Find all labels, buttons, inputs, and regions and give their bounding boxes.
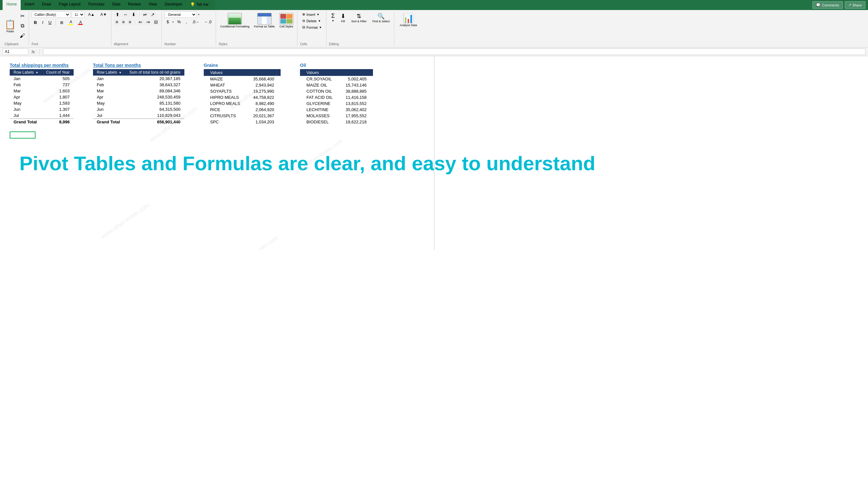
table-row: CITRUSPLTS20,021,367 (204, 113, 281, 119)
delete-cells-icon: ⊖ (302, 19, 305, 23)
table-row: Jan505 (10, 76, 73, 82)
table-row: Jul110,829,043 (93, 112, 184, 119)
font-name-select[interactable]: Calibri (Body) (32, 11, 70, 18)
tab-draw[interactable]: Draw (38, 0, 55, 10)
italic-button[interactable]: I (40, 19, 45, 26)
share-icon: ↗ (848, 3, 851, 7)
paste-button[interactable]: 📋 Paste (4, 19, 16, 33)
delete-cells-button[interactable]: ⊖ Delete ▼ (300, 18, 324, 24)
comma-button[interactable]: , (184, 19, 189, 25)
share-button[interactable]: ↗ Share (845, 1, 865, 9)
number-format-select[interactable]: General (164, 11, 197, 18)
align-center-button[interactable]: ≡ (120, 19, 126, 25)
font-color-button[interactable]: A (76, 19, 85, 26)
accounting-button[interactable]: $ (164, 19, 171, 25)
table-row: MAIZE OIL15,743,146 (300, 82, 373, 88)
table-oil-title: Oil (300, 63, 373, 68)
tab-view[interactable]: View (145, 0, 161, 10)
format-as-table-button[interactable]: Format as Table (252, 11, 276, 30)
clipboard-label: Clipboard (4, 42, 27, 46)
name-box[interactable] (3, 49, 28, 55)
tab-data[interactable]: Data (108, 0, 124, 10)
autosum-button[interactable]: Σ ▼ (329, 11, 337, 24)
table-grains: Grains Values MAIZE35,668,400WHEAT2,943,… (204, 63, 281, 125)
lightbulb-icon: 💡 (190, 2, 195, 7)
cell-styles-button[interactable]: Cell Styles (278, 11, 295, 30)
insert-cells-button[interactable]: ⊕ Insert ▼ (300, 11, 324, 18)
decrease-font-button[interactable]: A▼ (98, 11, 109, 18)
table1-col2-header: Count of Year (42, 69, 73, 76)
table1-grand-total-label: Grand Total (10, 119, 42, 125)
bold-button[interactable]: B (32, 19, 39, 26)
font-row1: Calibri (Body) 12 A▲ A▼ (32, 11, 109, 18)
format-painter-button[interactable]: 🖌 (18, 31, 27, 40)
table-row: Jan20,367,185 (93, 76, 184, 82)
filter-icon-2[interactable]: ▼ (119, 71, 122, 74)
borders-button[interactable]: ⊞ (58, 19, 66, 26)
formula-input[interactable] (43, 49, 865, 55)
align-right-button[interactable]: ≡ (127, 19, 133, 25)
tab-page-layout[interactable]: Page Layout (55, 0, 84, 10)
decrease-decimal-button[interactable]: ←.0 (202, 19, 214, 25)
font-group: Calibri (Body) 12 A▲ A▼ B I U ⊞ A A Font (30, 11, 112, 46)
filter-icon-1[interactable]: ▼ (35, 71, 38, 74)
font-size-select[interactable]: 12 (72, 11, 85, 18)
tab-tell-me[interactable]: 💡 Tell me (186, 0, 213, 10)
ribbon-tabs: Home Insert Draw Page Layout Formulas Da… (0, 0, 215, 10)
fill-color-button[interactable]: A (66, 19, 75, 26)
percent-button[interactable]: % (175, 19, 183, 25)
styles-group: Conditional Formatting Format as Table (217, 11, 298, 46)
table2-grand-total-label: Grand Total (93, 119, 126, 125)
formula-sep (39, 49, 40, 54)
styles-icons-row: Conditional Formatting Format as Table (219, 11, 295, 30)
table-row: MOLASSES17,955,552 (300, 113, 373, 119)
copy-button[interactable]: ⧉ (18, 21, 27, 30)
table1-col1-header: Row Labels ▼ (10, 69, 42, 76)
clipboard-row: 📋 Paste ✂ ⧉ 🖌 (4, 11, 27, 40)
format-cells-button[interactable]: ⊟ Format ▼ (300, 24, 324, 30)
align-bottom-button[interactable]: ⬇ (130, 11, 137, 18)
align-left-button[interactable]: ≡ (114, 19, 120, 25)
table-row: Mar89,084,346 (93, 88, 184, 94)
font-separator (56, 19, 56, 26)
table-row: Feb38,643,327 (93, 82, 184, 88)
merge-center-button[interactable]: ⊟ (152, 19, 159, 25)
autosum-icon: Σ (331, 12, 335, 19)
tab-formulas[interactable]: Formulas (84, 0, 108, 10)
analyze-group: 📊 Analyze Data (395, 11, 422, 46)
number-row2: $ ▼ % , .0→ ←.0 (164, 19, 214, 25)
ribbon-tabs-container: Home Insert Draw Page Layout Formulas Da… (0, 0, 215, 10)
increase-decimal-button[interactable]: .0→ (190, 19, 202, 25)
tab-developer[interactable]: Developer (161, 0, 186, 10)
increase-indent-button[interactable]: ⇒ (145, 19, 152, 25)
orientation-button[interactable]: ↗ (149, 11, 156, 18)
tab-review[interactable]: Review (124, 0, 145, 10)
editing-buttons: Σ ▼ ⬇ Fill ⇅ Sort & Filter 🔍 Find & Sele… (329, 11, 392, 24)
find-select-button[interactable]: 🔍 Find & Select (370, 11, 392, 24)
align-top-button[interactable]: ⬆ (114, 11, 121, 18)
selected-empty-cell[interactable] (10, 131, 35, 139)
tab-home[interactable]: Home (3, 0, 21, 10)
table-row: MAIZE35,668,400 (204, 76, 281, 82)
align-middle-button[interactable]: ↔ (122, 11, 129, 18)
align-sep2 (135, 19, 135, 25)
number-format-arrow: ▼ (197, 13, 200, 16)
cut-button[interactable]: ✂ (18, 11, 27, 20)
analyze-data-button[interactable]: 📊 Analyze Data (397, 11, 420, 28)
alignment-row1: ⬆ ↔ ⬇ ⇌ ↗ (114, 11, 160, 18)
align-sep1 (139, 12, 140, 17)
increase-font-button[interactable]: A▲ (86, 11, 97, 18)
sort-filter-button[interactable]: ⇅ Sort & Filter (349, 11, 369, 24)
wrap-text-button[interactable]: ⇌ (142, 11, 149, 18)
spreadsheet-area: www.other-levels.com www.other-levels.co… (0, 56, 868, 250)
tab-insert[interactable]: Insert (21, 0, 38, 10)
table-row: Apr1,807 (10, 94, 73, 100)
table-row: WHEAT2,943,942 (204, 82, 281, 88)
comments-button[interactable]: 💬 Comments (812, 1, 842, 9)
underline-button[interactable]: U (46, 19, 54, 26)
cells-label: Cells (300, 42, 324, 46)
decrease-indent-button[interactable]: ⇐ (137, 19, 144, 25)
fill-button[interactable]: ⬇ Fill (338, 11, 348, 24)
conditional-formatting-button[interactable]: Conditional Formatting (219, 11, 251, 30)
font-color-icon: A (79, 20, 82, 25)
